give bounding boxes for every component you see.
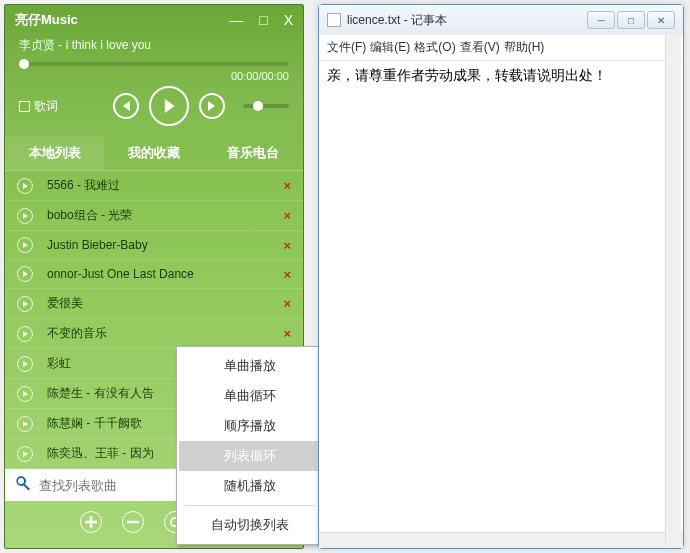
song-delete-icon[interactable]: ×	[283, 178, 291, 193]
list-item[interactable]: onnor-Just One Last Dance×	[5, 260, 303, 289]
player-window-buttons: — □ X	[229, 12, 293, 28]
context-menu-item[interactable]: 自动切换列表	[179, 510, 321, 540]
song-play-icon[interactable]	[17, 446, 33, 462]
song-play-icon[interactable]	[17, 178, 33, 194]
song-delete-icon[interactable]: ×	[283, 267, 291, 282]
notepad-file-icon	[327, 13, 341, 27]
song-play-icon[interactable]	[17, 296, 33, 312]
volume-control[interactable]	[243, 104, 289, 108]
song-play-icon[interactable]	[17, 416, 33, 432]
np-maximize-button[interactable]: □	[617, 11, 645, 29]
song-delete-icon[interactable]: ×	[283, 208, 291, 223]
song-delete-icon[interactable]: ×	[283, 238, 291, 253]
player-titlebar[interactable]: 亮仔Music — □ X	[5, 5, 303, 33]
song-play-icon[interactable]	[17, 326, 33, 342]
notepad-window: licence.txt - 记事本 ─ □ ✕ 文件(F) 编辑(E) 格式(O…	[318, 4, 684, 549]
notepad-menubar: 文件(F) 编辑(E) 格式(O) 查看(V) 帮助(H)	[319, 35, 683, 61]
close-button[interactable]: X	[284, 12, 293, 28]
menu-help[interactable]: 帮助(H)	[504, 39, 545, 56]
add-button[interactable]	[80, 511, 102, 533]
song-play-icon[interactable]	[17, 386, 33, 402]
player-app-name: 亮仔Music	[15, 11, 78, 29]
list-item[interactable]: 爱很美×	[5, 289, 303, 319]
context-menu-item[interactable]: 顺序播放	[179, 411, 321, 441]
context-menu-item[interactable]: 列表循环	[179, 441, 321, 471]
notepad-titlebar[interactable]: licence.txt - 记事本 ─ □ ✕	[319, 5, 683, 35]
song-play-icon[interactable]	[17, 356, 33, 372]
tab-radio[interactable]: 音乐电台	[204, 136, 303, 170]
song-title: 不变的音乐	[47, 325, 283, 342]
playmode-context-menu: 单曲播放单曲循环顺序播放列表循环随机播放自动切换列表	[176, 346, 324, 545]
song-title: bobo组合 - 光荣	[47, 207, 283, 224]
np-close-button[interactable]: ✕	[647, 11, 675, 29]
now-playing-label: 李贞贤 - i think i love you	[5, 33, 303, 56]
notepad-title-text: licence.txt - 记事本	[347, 12, 447, 29]
progress-thumb[interactable]	[19, 59, 29, 69]
list-item[interactable]: 不变的音乐×	[5, 319, 303, 349]
remove-button[interactable]	[122, 511, 144, 533]
minimize-button[interactable]: —	[229, 12, 243, 28]
list-item[interactable]: 5566 - 我难过×	[5, 171, 303, 201]
song-delete-icon[interactable]: ×	[283, 296, 291, 311]
player-tabs: 本地列表 我的收藏 音乐电台	[5, 136, 303, 171]
lyrics-checkbox[interactable]: 歌词	[19, 98, 58, 115]
song-title: onnor-Just One Last Dance	[47, 267, 283, 281]
song-title: 5566 - 我难过	[47, 177, 283, 194]
tab-local-list[interactable]: 本地列表	[5, 136, 104, 170]
menu-file[interactable]: 文件(F)	[327, 39, 366, 56]
time-label: 00:00/00:00	[5, 68, 303, 82]
song-play-icon[interactable]	[17, 237, 33, 253]
search-icon	[15, 475, 31, 495]
context-menu-item[interactable]: 单曲循环	[179, 381, 321, 411]
song-play-icon[interactable]	[17, 266, 33, 282]
tab-favorites[interactable]: 我的收藏	[104, 136, 203, 170]
controls-row: 歌词	[5, 82, 303, 136]
volume-thumb[interactable]	[253, 101, 263, 111]
song-play-icon[interactable]	[17, 208, 33, 224]
menu-view[interactable]: 查看(V)	[460, 39, 500, 56]
list-item[interactable]: bobo组合 - 光荣×	[5, 201, 303, 231]
notepad-horizontal-scrollbar[interactable]	[319, 532, 683, 548]
notepad-vertical-scrollbar[interactable]	[665, 35, 681, 546]
song-delete-icon[interactable]: ×	[283, 326, 291, 341]
play-button[interactable]	[149, 86, 189, 126]
prev-button[interactable]	[113, 93, 139, 119]
menu-format[interactable]: 格式(O)	[414, 39, 455, 56]
progress-bar[interactable]	[19, 62, 289, 66]
context-menu-item[interactable]: 随机播放	[179, 471, 321, 501]
list-item[interactable]: Justin Bieber-Baby×	[5, 231, 303, 260]
menu-separator	[185, 505, 315, 506]
maximize-button[interactable]: □	[259, 12, 267, 28]
song-title: Justin Bieber-Baby	[47, 238, 283, 252]
next-button[interactable]	[199, 93, 225, 119]
song-title: 爱很美	[47, 295, 283, 312]
np-minimize-button[interactable]: ─	[587, 11, 615, 29]
context-menu-item[interactable]: 单曲播放	[179, 351, 321, 381]
menu-edit[interactable]: 编辑(E)	[370, 39, 410, 56]
notepad-textarea[interactable]: 亲，请尊重作者劳动成果，转载请说明出处！	[319, 61, 683, 532]
